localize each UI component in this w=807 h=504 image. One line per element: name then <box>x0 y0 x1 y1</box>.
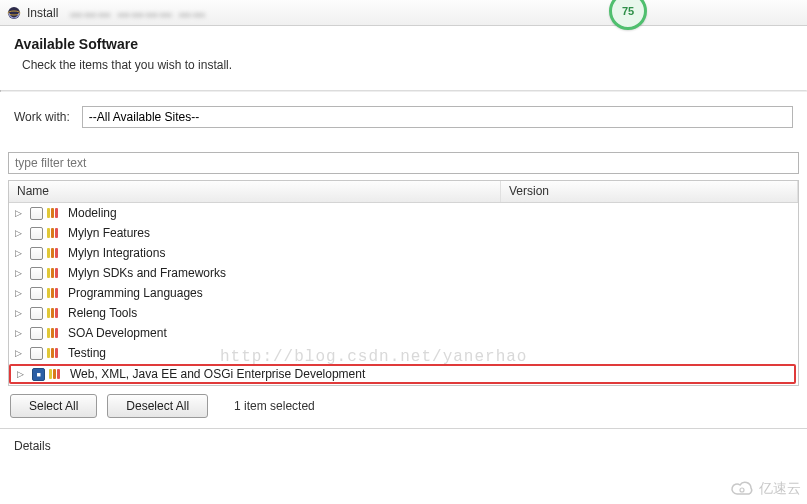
table-row[interactable]: Modeling <box>9 203 798 223</box>
expand-icon[interactable] <box>15 308 26 319</box>
feature-icon <box>47 307 63 320</box>
wizard-header: Available Software Check the items that … <box>0 26 807 90</box>
titlebar-context-blur: ▬▬▬ ▬▬▬▬ ▬▬ <box>70 6 207 20</box>
deselect-all-button[interactable]: Deselect All <box>107 394 208 418</box>
row-label: SOA Development <box>68 326 167 340</box>
svg-point-2 <box>740 488 744 492</box>
feature-icon <box>47 227 63 240</box>
table-row[interactable]: Programming Languages <box>9 283 798 303</box>
row-label: Releng Tools <box>68 306 137 320</box>
feature-icon <box>47 207 63 220</box>
row-checkbox[interactable] <box>30 347 43 360</box>
expand-icon[interactable] <box>15 348 26 359</box>
row-label: Web, XML, Java EE and OSGi Enterprise De… <box>70 367 365 381</box>
feature-icon <box>49 368 65 381</box>
expand-icon[interactable] <box>17 369 28 380</box>
brand-watermark: 亿速云 <box>729 480 801 498</box>
row-label: Programming Languages <box>68 286 203 300</box>
expand-icon[interactable] <box>15 248 26 259</box>
feature-icon <box>47 247 63 260</box>
feature-icon <box>47 327 63 340</box>
eclipse-icon <box>6 5 22 21</box>
filter-wrap <box>8 152 799 174</box>
details-section: Details <box>0 428 807 463</box>
table-row[interactable]: Web, XML, Java EE and OSGi Enterprise De… <box>9 364 796 384</box>
row-checkbox[interactable] <box>30 247 43 260</box>
svg-point-0 <box>8 7 20 19</box>
row-checkbox[interactable] <box>30 307 43 320</box>
table-row[interactable]: Mylyn SDKs and Frameworks <box>9 263 798 283</box>
row-checkbox[interactable] <box>30 327 43 340</box>
expand-icon[interactable] <box>15 288 26 299</box>
expand-icon[interactable] <box>15 328 26 339</box>
table-row[interactable]: Mylyn Integrations <box>9 243 798 263</box>
expand-icon[interactable] <box>15 228 26 239</box>
work-with-row: Work with: <box>0 92 807 152</box>
work-with-input[interactable] <box>82 106 793 128</box>
select-all-button[interactable]: Select All <box>10 394 97 418</box>
row-checkbox[interactable] <box>30 267 43 280</box>
feature-icon <box>47 287 63 300</box>
table-row[interactable]: Testing <box>9 343 798 363</box>
brand-watermark-text: 亿速云 <box>759 480 801 498</box>
feature-icon <box>47 347 63 360</box>
row-label: Mylyn SDKs and Frameworks <box>68 266 226 280</box>
details-label: Details <box>14 439 51 453</box>
table-row[interactable]: Releng Tools <box>9 303 798 323</box>
table-row[interactable]: Mylyn Features <box>9 223 798 243</box>
row-label: Mylyn Features <box>68 226 150 240</box>
row-checkbox[interactable] <box>30 207 43 220</box>
window-title: Install <box>27 6 58 20</box>
row-label: Mylyn Integrations <box>68 246 165 260</box>
column-name[interactable]: Name <box>9 181 501 202</box>
buttons-row: Select All Deselect All 1 item selected <box>10 394 797 418</box>
page-title: Available Software <box>14 36 793 52</box>
titlebar: Install ▬▬▬ ▬▬▬▬ ▬▬ <box>0 0 807 26</box>
table-body: ModelingMylyn FeaturesMylyn Integrations… <box>9 203 798 384</box>
software-table: Name Version ModelingMylyn FeaturesMylyn… <box>8 180 799 386</box>
page-subtext: Check the items that you wish to install… <box>14 58 793 72</box>
row-label: Testing <box>68 346 106 360</box>
work-with-label: Work with: <box>14 110 70 124</box>
row-label: Modeling <box>68 206 117 220</box>
progress-value: 75 <box>622 5 634 17</box>
feature-icon <box>47 267 63 280</box>
filter-input[interactable] <box>8 152 799 174</box>
row-checkbox[interactable] <box>30 227 43 240</box>
expand-icon[interactable] <box>15 268 26 279</box>
expand-icon[interactable] <box>15 208 26 219</box>
column-version[interactable]: Version <box>501 181 798 202</box>
table-header: Name Version <box>9 181 798 203</box>
row-checkbox[interactable] <box>30 287 43 300</box>
selection-status: 1 item selected <box>234 399 315 413</box>
table-row[interactable]: SOA Development <box>9 323 798 343</box>
row-checkbox[interactable] <box>32 368 45 381</box>
